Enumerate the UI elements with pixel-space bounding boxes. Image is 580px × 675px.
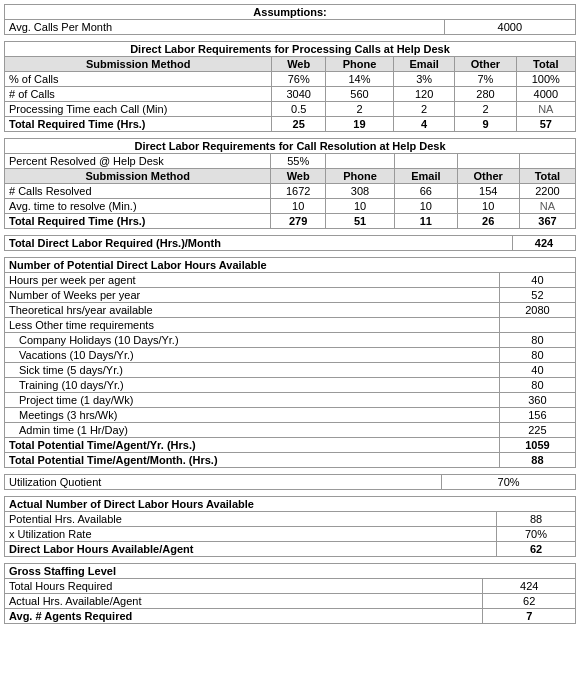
total-labor-table: Total Direct Labor Required (Hrs.)/Month… — [4, 235, 576, 251]
table-row: Processing Time each Call (Min) 0.5 2 2 … — [5, 102, 576, 117]
table-row: Training (10 days/Yr.) 80 — [5, 378, 576, 393]
proc-col-phone: Phone — [325, 57, 393, 72]
processing-table: Direct Labor Requirements for Processing… — [4, 41, 576, 132]
potential-total-yr-label: Total Potential Time/Agent/Yr. (Hrs.) — [5, 438, 500, 453]
potential-hours-title: Number of Potential Direct Labor Hours A… — [5, 258, 576, 273]
potential-hours-table: Number of Potential Direct Labor Hours A… — [4, 257, 576, 468]
potential-total-month-value: 88 — [499, 453, 575, 468]
table-row: Admin time (1 Hr/Day) 225 — [5, 423, 576, 438]
resolution-total-row: Total Required Time (Hrs.) 279 51 11 26 … — [5, 214, 576, 229]
staffing-total-row: Avg. # Agents Required 7 — [5, 609, 576, 624]
actual-hours-total-value: 62 — [497, 542, 576, 557]
assumptions-title: Assumptions: — [5, 5, 576, 20]
table-row: Potential Hrs. Available 88 — [5, 512, 576, 527]
staffing-total-value: 7 — [483, 609, 576, 624]
table-row: # Calls Resolved 1672 308 66 154 2200 — [5, 184, 576, 199]
utilization-table: Utilization Quotient 70% — [4, 474, 576, 490]
processing-title: Direct Labor Requirements for Processing… — [5, 42, 576, 57]
staffing-total-label: Avg. # Agents Required — [5, 609, 483, 624]
avg-calls-value: 4000 — [444, 20, 575, 35]
table-row: Number of Weeks per year 52 — [5, 288, 576, 303]
assumptions-table: Assumptions: Avg. Calls Per Month 4000 — [4, 4, 576, 35]
potential-total-month-label: Total Potential Time/Agent/Month. (Hrs.) — [5, 453, 500, 468]
table-row: Theoretical hrs/year available 2080 — [5, 303, 576, 318]
proc-col-total: Total — [516, 57, 575, 72]
potential-total-yr-value: 1059 — [499, 438, 575, 453]
table-row: % of Calls 76% 14% 3% 7% 100% — [5, 72, 576, 87]
staffing-table: Gross Staffing Level Total Hours Require… — [4, 563, 576, 624]
table-row: Vacations (10 Days/Yr.) 80 — [5, 348, 576, 363]
potential-total-yr-row: Total Potential Time/Agent/Yr. (Hrs.) 10… — [5, 438, 576, 453]
total-labor-label: Total Direct Labor Required (Hrs.)/Month — [5, 236, 513, 251]
proc-col-web: Web — [272, 57, 326, 72]
table-row: Company Holidays (10 Days/Yr.) 80 — [5, 333, 576, 348]
proc-col-email: Email — [394, 57, 455, 72]
percent-resolved-value: 55% — [271, 154, 325, 169]
processing-total-row: Total Required Time (Hrs.) 25 19 4 9 57 — [5, 117, 576, 132]
table-row: Project time (1 day/Wk) 360 — [5, 393, 576, 408]
actual-hours-total-row: Direct Labor Hours Available/Agent 62 — [5, 542, 576, 557]
potential-total-month-row: Total Potential Time/Agent/Month. (Hrs.)… — [5, 453, 576, 468]
utilization-label: Utilization Quotient — [5, 475, 442, 490]
table-row: x Utilization Rate 70% — [5, 527, 576, 542]
staffing-title: Gross Staffing Level — [5, 564, 576, 579]
actual-hours-table: Actual Number of Direct Labor Hours Avai… — [4, 496, 576, 557]
resolution-table: Direct Labor Requirements for Call Resol… — [4, 138, 576, 229]
table-row: Total Hours Required 424 — [5, 579, 576, 594]
table-row: Less Other time requirements — [5, 318, 576, 333]
proc-col-method: Submission Method — [5, 57, 272, 72]
table-row: Meetings (3 hrs/Wk) 156 — [5, 408, 576, 423]
percent-resolved-row: Percent Resolved @ Help Desk 55% — [5, 154, 576, 169]
table-row: # of Calls 3040 560 120 280 4000 — [5, 87, 576, 102]
percent-resolved-label: Percent Resolved @ Help Desk — [5, 154, 271, 169]
table-row: Actual Hrs. Available/Agent 62 — [5, 594, 576, 609]
table-row: Sick time (5 days/Yr.) 40 — [5, 363, 576, 378]
table-row: Hours per week per agent 40 — [5, 273, 576, 288]
resolution-title: Direct Labor Requirements for Call Resol… — [5, 139, 576, 154]
actual-hours-total-label: Direct Labor Hours Available/Agent — [5, 542, 497, 557]
actual-hours-title: Actual Number of Direct Labor Hours Avai… — [5, 497, 576, 512]
utilization-row: Utilization Quotient 70% — [5, 475, 576, 490]
table-row: Avg. time to resolve (Min.) 10 10 10 10 … — [5, 199, 576, 214]
avg-calls-label: Avg. Calls Per Month — [5, 20, 445, 35]
total-labor-value: 424 — [513, 236, 576, 251]
utilization-value: 70% — [442, 475, 576, 490]
proc-col-other: Other — [455, 57, 516, 72]
